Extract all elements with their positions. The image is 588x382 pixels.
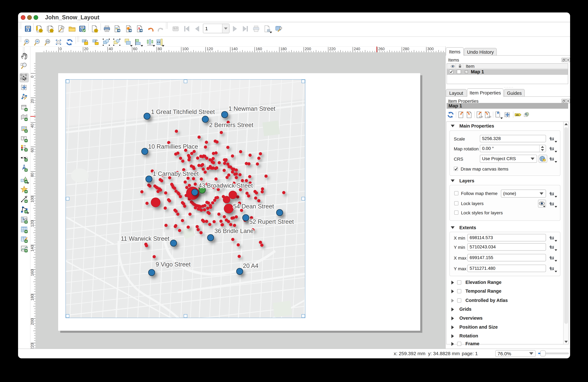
svg-text:20 A4: 20 A4 [243, 262, 258, 269]
svg-text:1:23: 1:23 [479, 116, 483, 118]
svg-text:11 Warwick Street: 11 Warwick Street [121, 235, 169, 242]
svg-text:1 Carnaby Street: 1 Carnaby Street [153, 170, 199, 177]
svg-text:N: N [23, 166, 25, 168]
svg-text:1:23: 1:23 [487, 116, 491, 118]
svg-text:43 Broadwick Street: 43 Broadwick Street [198, 182, 253, 189]
svg-text:1 Great Titchfield Street: 1 Great Titchfield Street [151, 108, 215, 115]
svg-text:T: T [23, 137, 25, 140]
svg-text:2 Berners Street: 2 Berners Street [209, 122, 253, 128]
svg-text:36 Bridle Lane: 36 Bridle Lane [214, 228, 253, 234]
svg-text:1:1: 1:1 [46, 41, 49, 43]
svg-text:10 Ramillies Place: 10 Ramillies Place [148, 143, 198, 150]
svg-text:1 Newman Street: 1 Newman Street [229, 105, 275, 112]
svg-text:9 Vigo Street: 9 Vigo Street [156, 261, 191, 268]
svg-text:52 Rupert Street: 52 Rupert Street [249, 218, 294, 225]
svg-text:54 Dean Street: 54 Dean Street [233, 203, 274, 210]
svg-text:abc: abc [516, 114, 519, 116]
